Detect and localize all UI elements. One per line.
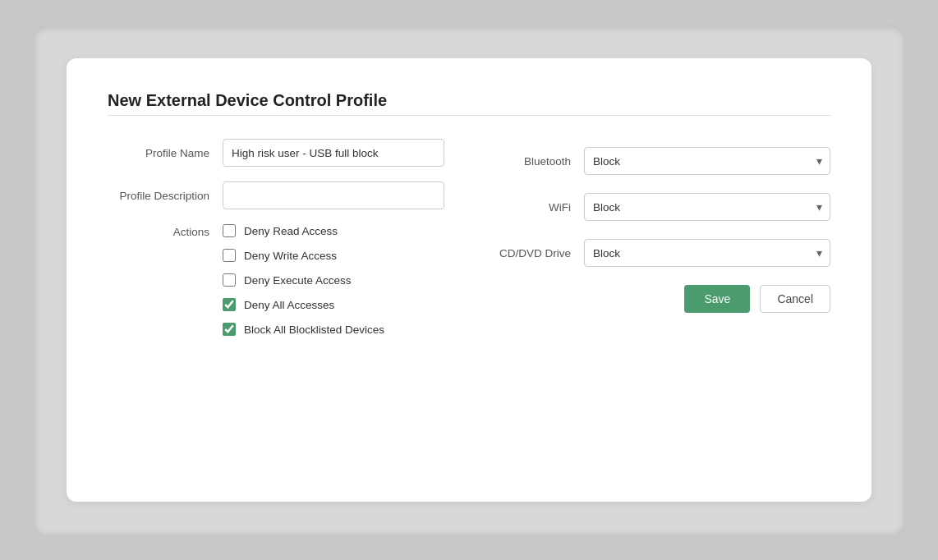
bluetooth-row: Bluetooth Block Allow Read Only bbox=[494, 147, 830, 175]
checkbox-block-all-input[interactable] bbox=[223, 323, 236, 336]
title-divider bbox=[108, 115, 830, 116]
checkbox-deny-execute-input[interactable] bbox=[223, 273, 236, 287]
checkbox-deny-execute[interactable]: Deny Execute Access bbox=[223, 273, 384, 287]
checkbox-deny-all-label: Deny All Accesses bbox=[244, 299, 334, 311]
checkbox-deny-write[interactable]: Deny Write Access bbox=[223, 249, 384, 262]
profile-description-label: Profile Description bbox=[108, 190, 223, 202]
checkbox-deny-read[interactable]: Deny Read Access bbox=[223, 224, 384, 237]
profile-description-input[interactable] bbox=[223, 181, 444, 209]
bluetooth-label: Bluetooth bbox=[494, 155, 584, 168]
profile-name-row: Profile Name bbox=[108, 139, 444, 167]
bluetooth-select-wrapper: Block Allow Read Only bbox=[584, 147, 830, 175]
cancel-button[interactable]: Cancel bbox=[760, 285, 830, 313]
page-title: New External Device Control Profile bbox=[108, 91, 830, 110]
profile-description-row: Profile Description bbox=[108, 181, 444, 209]
checkbox-deny-write-input[interactable] bbox=[223, 249, 236, 262]
checkbox-block-all-label: Block All Blocklisted Devices bbox=[244, 324, 384, 336]
checkbox-deny-execute-label: Deny Execute Access bbox=[244, 274, 352, 287]
checkbox-deny-all-input[interactable] bbox=[223, 298, 236, 311]
card: New External Device Control Profile Prof… bbox=[67, 58, 871, 502]
outer-container: New External Device Control Profile Prof… bbox=[34, 25, 904, 535]
cddvd-select-wrapper: Block Allow Read Only bbox=[584, 239, 830, 267]
wifi-select-wrapper: Block Allow bbox=[584, 193, 830, 221]
checkbox-block-all[interactable]: Block All Blocklisted Devices bbox=[223, 323, 384, 336]
left-section: Profile Name Profile Description Actions… bbox=[108, 139, 444, 336]
wifi-row: WiFi Block Allow bbox=[494, 193, 830, 221]
wifi-label: WiFi bbox=[494, 201, 584, 213]
bluetooth-select[interactable]: Block Allow Read Only bbox=[584, 147, 830, 175]
checkbox-deny-read-label: Deny Read Access bbox=[244, 225, 338, 237]
form-layout: Profile Name Profile Description Actions… bbox=[108, 139, 830, 336]
cddvd-label: CD/DVD Drive bbox=[494, 247, 584, 259]
right-section: Bluetooth Block Allow Read Only WiFi bbox=[494, 139, 830, 336]
cddvd-row: CD/DVD Drive Block Allow Read Only bbox=[494, 239, 830, 267]
save-button[interactable]: Save bbox=[684, 285, 750, 313]
checkboxes-list: Deny Read Access Deny Write Access Deny … bbox=[223, 224, 384, 336]
profile-name-label: Profile Name bbox=[108, 147, 223, 159]
profile-name-input[interactable] bbox=[223, 139, 444, 167]
checkbox-deny-read-input[interactable] bbox=[223, 224, 236, 237]
buttons-row: Save Cancel bbox=[494, 285, 830, 313]
checkbox-deny-all[interactable]: Deny All Accesses bbox=[223, 298, 384, 311]
actions-label: Actions bbox=[108, 224, 223, 238]
wifi-select[interactable]: Block Allow bbox=[584, 193, 830, 221]
cddvd-select[interactable]: Block Allow Read Only bbox=[584, 239, 830, 267]
actions-row: Actions Deny Read Access Deny Write Acce… bbox=[108, 224, 444, 336]
checkbox-deny-write-label: Deny Write Access bbox=[244, 250, 337, 262]
